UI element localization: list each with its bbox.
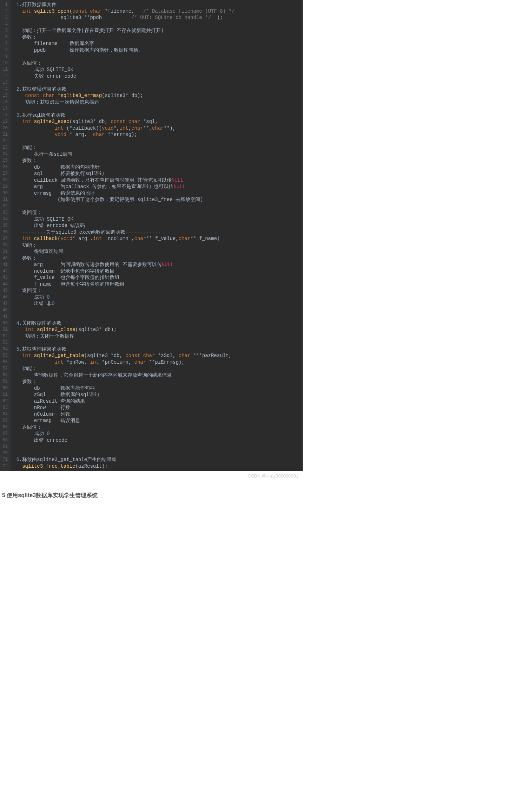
code-line: db 数据库的句柄指针 — [13, 164, 303, 171]
line-number: 31 — [1, 196, 8, 203]
line-number: 65 — [1, 417, 8, 424]
line-number: 12 — [1, 73, 8, 80]
code-line: 返回值： — [13, 424, 303, 431]
line-number: 49 — [1, 313, 8, 320]
code-line: int sqlite3_close(sqlite3* db); — [13, 326, 303, 333]
code-line: 成功 SQLITE_OK — [13, 66, 303, 73]
line-number: 64 — [1, 411, 8, 418]
code-line — [13, 339, 303, 346]
line-number: 26 — [1, 164, 8, 171]
line-number: 53 — [1, 339, 8, 346]
code-line: (如果使用了这个参数，要记得使用 sqlite3_free 去释放空间) — [13, 196, 303, 203]
line-number: 70 — [1, 450, 8, 457]
code-line: 返回值： — [13, 60, 303, 67]
line-number: 15 — [1, 92, 8, 99]
line-number: 22 — [1, 138, 8, 145]
code-line: zSql 数据库的sql语句 — [13, 391, 303, 398]
code-line: 出错 errcode 错误码 — [13, 222, 303, 229]
line-number: 11 — [1, 66, 8, 73]
code-line — [13, 53, 303, 60]
line-number: 41 — [1, 261, 8, 268]
code-line: 得到查询结果 — [13, 248, 303, 255]
line-number: 23 — [1, 144, 8, 151]
code-line: 4.关闭数据库的函数 — [13, 320, 303, 327]
line-number: 21 — [1, 131, 8, 138]
code-line: db 数据库操作句柄 — [13, 385, 303, 392]
line-number: 50 — [1, 320, 8, 327]
line-number: 5 — [1, 27, 8, 34]
line-number: 13 — [1, 79, 8, 86]
line-number: 8 — [1, 47, 8, 54]
code-line: const char *sqlite3_errmsg(sqlite3* db); — [13, 92, 303, 99]
code-line — [13, 450, 303, 457]
line-number: 39 — [1, 248, 8, 255]
line-number: 29 — [1, 183, 8, 190]
code-line: 3.执行sql语句的函数 — [13, 112, 303, 119]
line-number: 24 — [1, 151, 8, 158]
line-number: 59 — [1, 378, 8, 385]
code-line — [13, 21, 303, 28]
code-line: 参数： — [13, 34, 303, 41]
line-number: 40 — [1, 255, 8, 262]
line-number: 6 — [1, 34, 8, 41]
line-number: 20 — [1, 125, 8, 132]
code-line: nRow 行数 — [13, 404, 303, 411]
line-number: 62 — [1, 398, 8, 405]
line-number: 57 — [1, 365, 8, 372]
line-number: 54 — [1, 346, 8, 353]
line-number: 37 — [1, 235, 8, 242]
line-number: 58 — [1, 372, 8, 379]
line-number: 51 — [1, 326, 8, 333]
line-number: 44 — [1, 281, 8, 288]
code-line: int (*callback)(void*,int,char**,char**)… — [13, 125, 303, 132]
line-number: 32 — [1, 203, 8, 210]
code-line: 失败 error_code — [13, 73, 303, 80]
line-number: 55 — [1, 352, 8, 359]
code-line: sql 将要被执行sql语句 — [13, 170, 303, 177]
line-number: 19 — [1, 118, 8, 125]
code-line: errmsg 错误信息的地址 — [13, 190, 303, 197]
line-number: 68 — [1, 437, 8, 444]
code-line: 6.释放由sqlite3_get_table产生的结果集 — [13, 456, 303, 463]
code-line: 5.获取查询结果的函数 — [13, 346, 303, 353]
line-number: 1 — [1, 1, 8, 8]
line-number: 30 — [1, 190, 8, 197]
code-editor[interactable]: 1234567891011121314151617181920212223242… — [0, 0, 303, 471]
line-number: 34 — [1, 216, 8, 223]
code-line: arg 为回调函数传递参数使用的 不需要参数可以传NULL — [13, 261, 303, 268]
line-number: 4 — [1, 21, 8, 28]
line-number: 10 — [1, 60, 8, 67]
code-line: azResult 查询的结果 — [13, 398, 303, 405]
line-number: 38 — [1, 242, 8, 249]
code-line — [13, 105, 303, 112]
line-number: 63 — [1, 404, 8, 411]
code-line: 出错 errcode — [13, 437, 303, 444]
watermark-text: CSDN @小白000000001 — [0, 471, 303, 481]
code-line: int sqlite3_get_table(sqlite3 *db, const… — [13, 352, 303, 359]
code-line: 返回值： — [13, 287, 303, 294]
code-line: 查询数据库，它会创建一个新的内存区域来存放查询的结果信息 — [13, 372, 303, 379]
line-number: 33 — [1, 209, 8, 216]
code-line: 功能：关闭一个数据库 — [13, 333, 303, 340]
code-line: 成功 SQLITE_OK — [13, 216, 303, 223]
code-line: f_name 包含每个字段名称的指针数组 — [13, 281, 303, 288]
code-line: int sqlite3_exec(sqlite3* db, const char… — [13, 118, 303, 125]
code-line — [13, 203, 303, 210]
line-number: 25 — [1, 157, 8, 164]
line-number: 48 — [1, 307, 8, 314]
code-line: arg 为callback 传参的，如果不是查询语句 也可以传NULL — [13, 183, 303, 190]
code-line: 2.获取错误信息的函数 — [13, 86, 303, 93]
line-number: 56 — [1, 359, 8, 366]
line-number: 27 — [1, 170, 8, 177]
line-number: 67 — [1, 430, 8, 437]
code-line: int callback(void* arg ,int ncolumn ,cha… — [13, 235, 303, 242]
code-line: --------关于sqlite3_exec函数的回调函数-----------… — [13, 229, 303, 236]
line-number: 16 — [1, 99, 8, 106]
code-line: filename 数据库名字 — [13, 40, 303, 47]
code-line: void * arg, char **errmsg); — [13, 131, 303, 138]
line-number: 45 — [1, 287, 8, 294]
line-number: 42 — [1, 268, 8, 275]
code-line — [13, 138, 303, 145]
line-number: 14 — [1, 86, 8, 93]
code-content[interactable]: 1.打开数据库文件 int sqlite3_open(const char *f… — [11, 0, 303, 471]
